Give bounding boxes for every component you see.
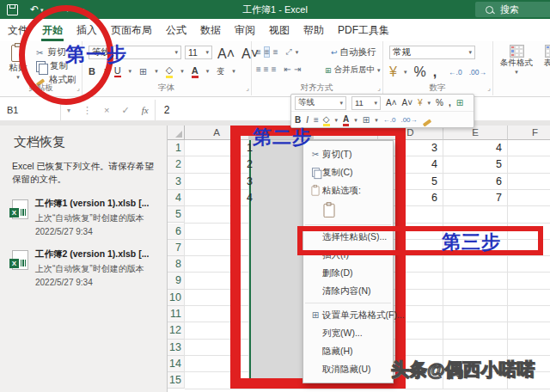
menu-item-粘贴选项[interactable]: 粘贴选项: (303, 181, 393, 199)
mini-accounting-icon[interactable]: ¥ (418, 98, 423, 107)
align-middle-icon[interactable]: ≡ (264, 46, 270, 58)
align-top-icon[interactable]: ≡ (256, 47, 260, 57)
gridline-v (184, 140, 185, 389)
tab-视图[interactable]: 视图 (263, 19, 296, 41)
mini-percent-icon[interactable]: % (436, 98, 443, 107)
recovery-file-date: 2022/5/27 9:34 (35, 278, 149, 287)
increase-decimal-icon[interactable]: ←.0 (449, 68, 462, 77)
row-header-10[interactable]: 10 (168, 290, 185, 306)
column-header-F[interactable]: F (508, 126, 550, 140)
mini-italic-button[interactable]: I (306, 115, 309, 125)
mini-comma-icon[interactable]: , (449, 98, 451, 107)
decrease-indent-icon[interactable]: ⇤ (284, 64, 290, 74)
insert-function-icon[interactable]: fx (136, 105, 155, 115)
wrap-text-icon: ↩ (331, 48, 338, 57)
menu-item-设置单元格格式F[interactable]: ⊞设置单元格格式(F)... (303, 306, 393, 324)
increase-indent-icon[interactable]: ⇥ (294, 64, 300, 74)
row-header-4[interactable]: 4 (168, 190, 185, 206)
mini-decrease-font-icon[interactable]: A˅ (402, 98, 413, 107)
borders-icon[interactable]: ⊞ (139, 66, 147, 77)
row-header-14[interactable]: 14 (168, 356, 185, 372)
menu-item-隐藏H[interactable]: 隐藏(H) (303, 342, 393, 360)
mini-increase-decimal-icon[interactable]: ←.0 (383, 116, 396, 124)
mini-decrease-decimal-icon[interactable]: .00→ (400, 116, 417, 124)
row-header-11[interactable]: 11 (168, 306, 185, 322)
row-header-9[interactable]: 9 (168, 273, 185, 289)
row-header-5[interactable]: 5 (168, 206, 185, 223)
mini-align-center-icon[interactable]: ≡ (314, 115, 318, 125)
fill-color-icon[interactable]: ◇ (166, 64, 173, 78)
font-size-combo[interactable]: 11▾ (185, 46, 212, 59)
tab-审阅[interactable]: 审阅 (229, 19, 261, 41)
row-header-15[interactable]: 15 (168, 372, 185, 389)
menu-item-删除D[interactable]: 删除(D) (303, 264, 393, 282)
search-icon (486, 6, 493, 14)
row-header-13[interactable]: 13 (168, 340, 185, 356)
row-header-3[interactable]: 3 (168, 174, 185, 190)
tab-数据[interactable]: 数据 (194, 19, 227, 41)
number-format-combo[interactable]: 常规▾ (389, 46, 475, 59)
number-dialog-launcher-icon[interactable]: ⌟ (487, 84, 491, 92)
comma-style-icon[interactable]: , (433, 64, 437, 80)
mini-borders-icon[interactable]: ⊞ (363, 115, 370, 125)
menu-item-列宽W[interactable]: 列宽(W)... (303, 324, 393, 342)
menu-item-复制C[interactable]: 复制(C) (303, 163, 393, 181)
mini-increase-font-icon[interactable]: A˄ (386, 98, 397, 107)
orientation-icon[interactable]: ⤢ (286, 47, 292, 57)
enter-icon[interactable]: ✓ (115, 105, 135, 116)
recovery-file-item[interactable]: 工作簿2 (version 1).xlsb [...上次“自动恢复”时创建的版本… (12, 248, 162, 287)
percent-style-icon[interactable]: % (413, 64, 425, 80)
font-dialog-launcher-icon[interactable]: ⌟ (246, 84, 249, 92)
menu-item-label: 隐藏(H) (322, 346, 353, 358)
cell-E1[interactable]: 4 (443, 140, 502, 156)
format-as-table-button[interactable]: 表格 (539, 45, 550, 69)
mini-format-painter-icon[interactable] (422, 119, 431, 126)
align-left-icon[interactable]: ≡ (256, 64, 260, 74)
align-right-icon[interactable]: ≡ (272, 64, 276, 74)
clipboard-icon (312, 186, 320, 195)
cancel-icon[interactable]: × (98, 105, 115, 115)
alignment-dialog-launcher-icon[interactable]: ⌟ (377, 84, 381, 92)
mini-font-combo[interactable]: 等线▾ (295, 96, 346, 110)
recovery-file-item[interactable]: 工作簿1 (version 1).xlsb [...上次“自动恢复”时创建的版本… (12, 198, 162, 236)
mini-size-combo[interactable]: 11▾ (351, 96, 381, 110)
align-bottom-icon[interactable]: ≡ (273, 47, 278, 57)
decrease-decimal-icon[interactable]: .00→ (469, 68, 486, 77)
mini-merge-icon[interactable]: ⊞ (456, 98, 463, 107)
cell-E3[interactable]: 6 (443, 174, 502, 190)
name-box-dropdown-icon[interactable]: ▾ (61, 107, 76, 114)
recovery-pane-title: 文档恢复 (14, 134, 65, 150)
mini-bold-button[interactable]: B (295, 115, 301, 125)
row-header-6[interactable]: 6 (168, 224, 185, 240)
cell-E4[interactable]: 7 (443, 190, 502, 206)
conditional-formatting-button[interactable]: 条件格式 ▾ (498, 45, 535, 76)
search-box[interactable]: 搜索 (475, 2, 550, 17)
select-all-corner[interactable] (168, 126, 185, 140)
align-center-icon[interactable]: ≡ (264, 64, 268, 74)
menu-item-剪切T[interactable]: ✂剪切(T) (303, 145, 393, 163)
phonetic-guide-icon[interactable]: 变 (217, 66, 224, 77)
cell-E2[interactable]: 5 (443, 156, 502, 173)
tab-PDF工具集[interactable]: PDF工具集 (332, 19, 395, 41)
row-header-12[interactable]: 12 (168, 322, 185, 339)
mini-font-color-icon[interactable]: A (343, 114, 349, 126)
increase-font-icon[interactable]: A˄ (217, 46, 235, 62)
font-color-icon[interactable]: A (192, 65, 199, 78)
merge-center-button[interactable]: ⊞ 合并后居中 ▾ (325, 64, 381, 76)
tab-页面布局[interactable]: 页面布局 (105, 19, 158, 41)
context-menu: ✂剪切(T)复制(C)粘贴选项:选择性粘贴(S)...插入(I)删除(D)清除内… (302, 140, 394, 383)
mini-fill-color-icon[interactable]: ◇ (323, 114, 330, 126)
save-icon[interactable] (7, 4, 18, 15)
row-header-7[interactable]: 7 (168, 240, 185, 256)
paste-option-button[interactable] (303, 199, 393, 222)
row-header-2[interactable]: 2 (168, 156, 185, 173)
row-header-1[interactable]: 1 (168, 140, 185, 156)
tab-帮助[interactable]: 帮助 (297, 19, 330, 41)
menu-item-取消隐藏U[interactable]: 取消隐藏(U) (303, 360, 393, 378)
menu-item-清除内容N[interactable]: 清除内容(N) (303, 282, 393, 300)
wrap-text-button[interactable]: ↩ 自动换行 (331, 46, 376, 58)
row-header-8[interactable]: 8 (168, 256, 185, 273)
recovery-file-text: 工作簿1 (version 1).xlsb [...上次“自动恢复”时创建的版本… (35, 198, 149, 236)
tab-公式[interactable]: 公式 (160, 19, 192, 41)
accounting-format-icon[interactable]: ¥ (389, 64, 397, 80)
